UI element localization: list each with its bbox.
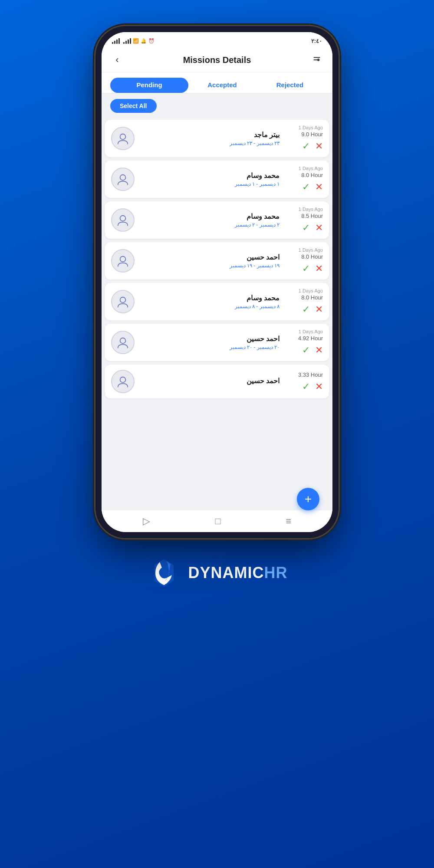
select-all-row: Select All (102, 94, 332, 118)
mission-right: 1 Days Ago 8.0 Hour ✓ ✕ (284, 288, 323, 315)
mission-name: محمد وسام (139, 294, 279, 302)
avatar (111, 331, 135, 354)
mission-right: 1 Days Ago 8.0 Hour ✓ ✕ (284, 166, 323, 193)
reject-button[interactable]: ✕ (315, 141, 323, 152)
select-all-button[interactable]: Select All (110, 99, 157, 113)
action-icons: ✓ ✕ (302, 263, 323, 274)
mission-info: بيتر ماجد ٢٣ ديسمبر - ٢٣ ديسمبر (139, 131, 279, 146)
accept-button[interactable]: ✓ (302, 222, 310, 233)
mission-card: احمد حسين ٢٠ ديسمبر - ٢٠ ديسمبر 1 Days A… (105, 324, 329, 361)
svg-point-8 (120, 297, 126, 303)
phone-frame: 📶 🔔 ⏰ ٢:٤٠ ‹ Missions Details (95, 26, 339, 538)
signal-bars-1 (112, 38, 120, 44)
alarm-icon: ⏰ (148, 38, 155, 44)
reject-button[interactable]: ✕ (315, 381, 323, 392)
mission-name: محمد وسام (139, 171, 279, 180)
mission-info: محمد وسام ١ ديسمبر - ١ ديسمبر (139, 171, 279, 187)
filter-button[interactable] (310, 53, 324, 67)
hours-label: 4.92 Hour (298, 335, 323, 342)
mission-date: ١٩ ديسمبر - ١٩ ديسمبر (139, 263, 279, 269)
mission-date: ٢ ديسمبر - ٢ ديسمبر (139, 222, 279, 228)
svg-point-6 (120, 216, 126, 221)
avatar (111, 168, 135, 191)
accept-button[interactable]: ✓ (302, 381, 310, 392)
mission-right: 1 Days Ago 9.0 Hour ✓ ✕ (284, 125, 323, 152)
bell-icon: 🔔 (141, 38, 147, 44)
bottom-nav: ▷ □ ≡ (102, 510, 332, 532)
svg-point-7 (120, 256, 126, 262)
days-ago-label: 1 Days Ago (299, 125, 323, 130)
avatar (111, 370, 135, 393)
mission-name: احمد حسين (139, 335, 279, 343)
days-ago-label: 1 Days Ago (298, 329, 323, 334)
filter-icon (312, 55, 322, 65)
home-nav-icon[interactable]: □ (215, 516, 220, 527)
hours-label: 8.0 Hour (301, 294, 323, 301)
tab-pending[interactable]: Pending (110, 78, 188, 93)
action-icons: ✓ ✕ (302, 345, 323, 356)
hours-label: 8.5 Hour (301, 213, 323, 219)
mission-meta: 1 Days Ago 9.0 Hour (299, 125, 323, 138)
reject-button[interactable]: ✕ (315, 304, 323, 315)
mission-meta: 1 Days Ago 8.0 Hour (299, 288, 323, 301)
signal-bars-2 (123, 38, 131, 44)
svg-point-5 (120, 175, 126, 181)
days-ago-label: 1 Days Ago (299, 247, 323, 253)
mission-name: احمد حسين (139, 253, 279, 261)
hours-label: 8.0 Hour (301, 172, 323, 178)
reject-button[interactable]: ✕ (315, 181, 323, 193)
mission-info: احمد حسين (139, 377, 279, 386)
mission-meta: 1 Days Ago 8.0 Hour (299, 247, 323, 260)
action-icons: ✓ ✕ (302, 141, 323, 152)
reject-button[interactable]: ✕ (315, 345, 323, 356)
mission-right: 1 Days Ago 4.92 Hour ✓ ✕ (284, 329, 323, 356)
hours-label: 8.0 Hour (301, 253, 323, 260)
mission-meta: 1 Days Ago 8.5 Hour (299, 207, 323, 220)
tabs-bar: Pending Accepted Rejected (102, 72, 332, 94)
mission-card: بيتر ماجد ٢٣ ديسمبر - ٢٣ ديسمبر 1 Days A… (105, 120, 329, 157)
missions-list: بيتر ماجد ٢٣ ديسمبر - ٢٣ ديسمبر 1 Days A… (102, 118, 332, 510)
accept-button[interactable]: ✓ (302, 345, 310, 356)
mission-date: ١ ديسمبر - ١ ديسمبر (139, 181, 279, 187)
avatar (111, 127, 135, 150)
avatar (111, 208, 135, 232)
mission-meta: 3.33 Hour (298, 371, 323, 378)
mission-name: محمد وسام (139, 212, 279, 220)
reject-button[interactable]: ✕ (315, 222, 323, 233)
play-nav-icon[interactable]: ▷ (143, 516, 150, 527)
add-mission-fab[interactable]: + (297, 488, 319, 510)
plus-icon: + (305, 493, 312, 505)
accept-button[interactable]: ✓ (302, 263, 310, 274)
action-icons: ✓ ✕ (302, 181, 323, 193)
mission-card: احمد حسين ١٩ ديسمبر - ١٩ ديسمبر 1 Days A… (105, 242, 329, 279)
app-header: ‹ Missions Details (102, 48, 332, 72)
mission-card: محمد وسام ١ ديسمبر - ١ ديسمبر 1 Days Ago… (105, 161, 329, 198)
tab-rejected[interactable]: Rejected (256, 78, 324, 93)
accept-button[interactable]: ✓ (302, 304, 310, 315)
mission-info: محمد وسام ٨ ديسمبر - ٨ ديسمبر (139, 294, 279, 309)
back-arrow-icon: ‹ (115, 54, 118, 66)
status-bar: 📶 🔔 ⏰ ٢:٤٠ (102, 32, 332, 48)
svg-point-4 (120, 134, 126, 140)
accept-button[interactable]: ✓ (302, 181, 310, 193)
accept-button[interactable]: ✓ (302, 141, 310, 152)
menu-nav-icon[interactable]: ≡ (286, 516, 291, 527)
svg-point-10 (120, 377, 126, 383)
hours-label: 9.0 Hour (301, 131, 323, 138)
days-ago-label: 1 Days Ago (299, 166, 323, 171)
mission-info: احمد حسين ٢٠ ديسمبر - ٢٠ ديسمبر (139, 335, 279, 350)
mission-date: ٢٠ ديسمبر - ٢٠ ديسمبر (139, 344, 279, 350)
tab-accepted[interactable]: Accepted (188, 78, 256, 93)
mission-info: محمد وسام ٢ ديسمبر - ٢ ديسمبر (139, 212, 279, 228)
reject-button[interactable]: ✕ (315, 263, 323, 274)
mission-right: 1 Days Ago 8.0 Hour ✓ ✕ (284, 247, 323, 274)
action-icons: ✓ ✕ (302, 304, 323, 315)
back-button[interactable]: ‹ (110, 53, 124, 67)
phone-screen: 📶 🔔 ⏰ ٢:٤٠ ‹ Missions Details (102, 32, 332, 532)
days-ago-label: 1 Days Ago (299, 207, 323, 212)
avatar (111, 249, 135, 273)
wifi-icon: 📶 (133, 38, 139, 44)
svg-point-9 (120, 338, 126, 344)
mission-right: 1 Days Ago 8.5 Hour ✓ ✕ (284, 207, 323, 233)
mission-info: احمد حسين ١٩ ديسمبر - ١٩ ديسمبر (139, 253, 279, 269)
